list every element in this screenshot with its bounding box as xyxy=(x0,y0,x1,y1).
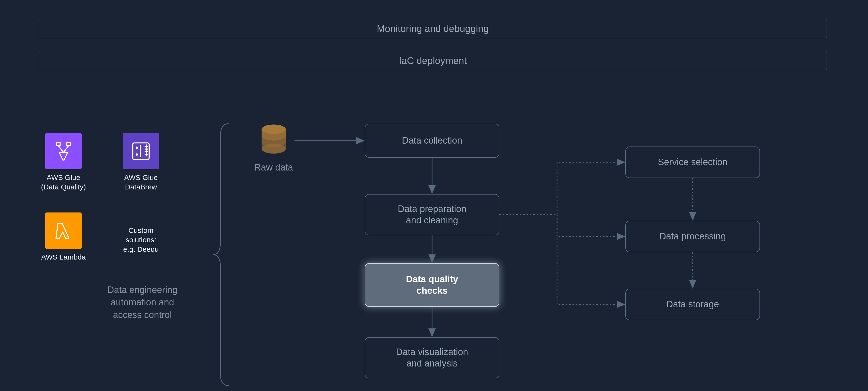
data-preparation-node: Data preparation and cleaning xyxy=(365,194,499,235)
prep-line-2: and cleaning xyxy=(398,215,466,226)
aws-glue-dq-label-1: AWS Glue xyxy=(32,173,95,182)
svg-point-6 xyxy=(261,144,286,153)
iac-deployment-banner: IaC deployment xyxy=(39,51,827,71)
brace-title-line-3: access control xyxy=(92,309,193,321)
aws-glue-databrew-service: AWS Glue DataBrew xyxy=(110,133,173,192)
brace-title-line-2: automation and xyxy=(92,296,193,309)
raw-data-block: Raw data xyxy=(245,124,303,173)
data-processing-node: Data processing xyxy=(625,221,760,252)
aws-glue-data-quality-icon xyxy=(45,133,82,169)
data-quality-checks-node: Data quality checks xyxy=(365,263,499,307)
custom-solutions-text: Custom solutions: e.g. Deequ xyxy=(113,226,169,254)
data-visualization-node: Data visualization and analysis xyxy=(365,337,499,379)
svg-rect-0 xyxy=(57,142,60,145)
monitoring-debugging-banner: Monitoring and debugging xyxy=(39,19,827,38)
quality-line-2: checks xyxy=(406,285,458,297)
custom-line-2: solutions: xyxy=(113,235,169,245)
aws-glue-data-quality-service: AWS Glue (Data Quality) xyxy=(32,133,95,192)
svg-rect-1 xyxy=(67,142,70,145)
service-selection-node: Service selection xyxy=(625,146,760,178)
database-icon xyxy=(257,124,290,160)
aws-lambda-label: AWS Lambda xyxy=(32,252,95,262)
svg-point-3 xyxy=(136,147,137,148)
svg-point-4 xyxy=(136,154,137,155)
diagram-canvas: Monitoring and debugging IaC deployment … xyxy=(0,0,868,391)
aws-glue-dq-label-2: (Data Quality) xyxy=(32,182,95,192)
custom-line-3: e.g. Deequ xyxy=(113,245,169,254)
aws-glue-databrew-icon xyxy=(123,133,159,169)
quality-line-1: Data quality xyxy=(406,274,458,285)
viz-line-2: and analysis xyxy=(396,358,468,369)
data-storage-node: Data storage xyxy=(625,289,760,320)
aws-glue-db-label-2: DataBrew xyxy=(110,182,173,192)
aws-glue-db-label-1: AWS Glue xyxy=(110,173,173,182)
viz-line-1: Data visualization xyxy=(396,346,468,358)
brace-title-line-1: Data engineering xyxy=(92,284,193,296)
aws-lambda-service: AWS Lambda xyxy=(32,213,95,262)
data-engineering-automation-title: Data engineering automation and access c… xyxy=(92,284,193,321)
aws-lambda-icon xyxy=(45,213,82,249)
custom-line-1: Custom xyxy=(113,226,169,235)
raw-data-label: Raw data xyxy=(245,162,303,173)
svg-point-5 xyxy=(261,124,286,134)
prep-line-1: Data preparation xyxy=(398,203,466,215)
data-collection-node: Data collection xyxy=(365,124,499,158)
